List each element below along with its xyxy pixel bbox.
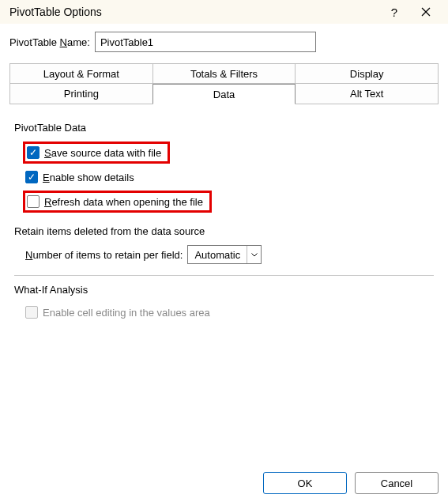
chevron-down-icon[interactable] bbox=[247, 246, 261, 263]
select-items-value: Automatic bbox=[188, 249, 247, 261]
tabs: Layout & Format Totals & Filters Display… bbox=[9, 63, 439, 330]
label-save-source-data: Save source data with file bbox=[44, 147, 161, 159]
titlebar: PivotTable Options ? bbox=[0, 0, 448, 24]
group-retain-items: Retain items deleted from the data sourc… bbox=[14, 225, 434, 237]
group-whatif: What-If Analysis bbox=[14, 284, 434, 296]
label-items-to-retain: Number of items to retain per field: bbox=[25, 249, 183, 261]
dialog-title: PivotTable Options bbox=[9, 6, 102, 18]
cancel-button[interactable]: Cancel bbox=[355, 472, 439, 494]
tab-printing[interactable]: Printing bbox=[9, 84, 153, 104]
label-enable-show-details: Enable show details bbox=[43, 172, 134, 183]
tab-data[interactable]: Data bbox=[152, 84, 296, 104]
pivottable-name-label: PivotTable Name: bbox=[9, 36, 90, 48]
dialog-footer: OK Cancel bbox=[263, 472, 439, 494]
select-items-to-retain[interactable]: Automatic bbox=[187, 245, 262, 264]
checkbox-save-source-data[interactable] bbox=[27, 146, 40, 159]
checkbox-enable-show-details[interactable] bbox=[25, 171, 38, 183]
ok-button[interactable]: OK bbox=[263, 472, 347, 494]
checkbox-refresh-on-open[interactable] bbox=[27, 195, 40, 208]
checkbox-enable-cell-editing bbox=[25, 306, 38, 319]
label-refresh-on-open: Refresh data when opening the file bbox=[44, 196, 203, 208]
tab-display[interactable]: Display bbox=[295, 63, 439, 84]
help-icon[interactable]: ? bbox=[378, 0, 410, 24]
label-enable-cell-editing: Enable cell editing in the values area bbox=[43, 307, 210, 319]
separator bbox=[14, 275, 434, 276]
tab-layout-format[interactable]: Layout & Format bbox=[9, 63, 153, 84]
close-icon[interactable] bbox=[410, 0, 442, 24]
pivottable-name-input[interactable] bbox=[95, 32, 316, 52]
tab-totals-filters[interactable]: Totals & Filters bbox=[152, 63, 296, 84]
group-pivottable-data: PivotTable Data bbox=[14, 122, 434, 134]
tab-panel-data: PivotTable Data Save source data with fi… bbox=[9, 104, 439, 330]
tab-alt-text[interactable]: Alt Text bbox=[295, 84, 439, 104]
highlight-refresh-data: Refresh data when opening the file bbox=[23, 191, 212, 213]
highlight-save-source: Save source data with file bbox=[23, 142, 170, 164]
